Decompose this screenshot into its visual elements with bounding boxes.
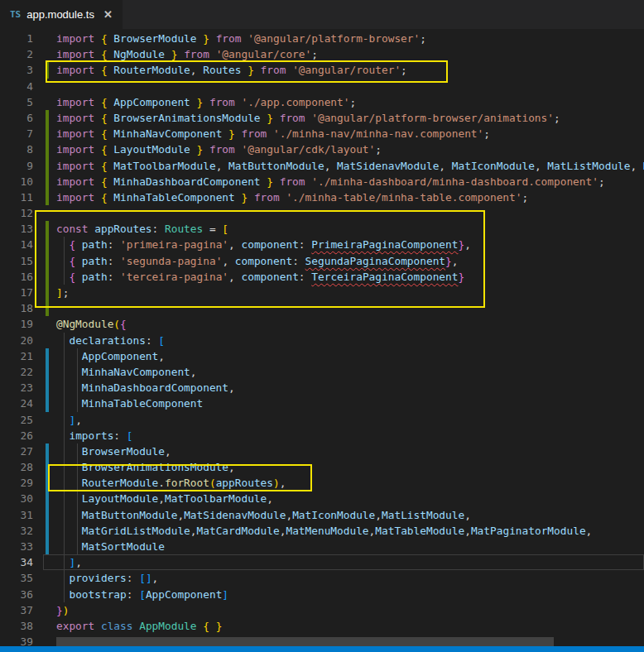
code-line[interactable]: 25 ], bbox=[0, 412, 644, 428]
horizontal-scrollbar-thumb[interactable] bbox=[56, 637, 554, 646]
code-line[interactable]: 17]; bbox=[0, 285, 644, 300]
code-line[interactable]: 35 providers: [], bbox=[0, 570, 644, 586]
line-number: 34 bbox=[0, 554, 33, 570]
code-line[interactable]: 10import { MinhaDashboardComponent } fro… bbox=[0, 174, 644, 189]
line-number: 25 bbox=[0, 412, 33, 428]
code-line[interactable]: 12 bbox=[0, 205, 644, 221]
code-text: MinhaDashboardComponent, bbox=[56, 380, 644, 396]
indent-guide bbox=[64, 364, 65, 380]
gutter-added-indicator bbox=[46, 62, 49, 78]
indent-guide bbox=[77, 539, 78, 554]
code-line[interactable]: 13const appRoutes: Routes = [ bbox=[0, 221, 644, 237]
gutter-added-indicator bbox=[46, 126, 49, 141]
code-line[interactable]: 37}) bbox=[0, 602, 644, 618]
code-line[interactable]: 16 { path: 'terceira-pagina', component:… bbox=[0, 269, 644, 285]
code-text: ], bbox=[56, 554, 644, 570]
code-line[interactable]: 14 { path: 'primeira-pagina', component:… bbox=[0, 237, 644, 252]
indent-guide bbox=[64, 348, 65, 364]
indent-guide bbox=[77, 475, 78, 491]
code-line[interactable]: 33 MatSortModule bbox=[0, 539, 644, 554]
code-line[interactable]: 29 RouterModule.forRoot(appRoutes), bbox=[0, 475, 644, 491]
code-line[interactable]: 36 bootstrap: [AppComponent] bbox=[0, 587, 644, 602]
code-text: import { MinhaTableComponent } from './m… bbox=[56, 189, 644, 205]
indent-guide bbox=[64, 237, 65, 252]
line-number: 38 bbox=[0, 618, 33, 634]
code-line[interactable]: 28 BrowserAnimationsModule, bbox=[0, 459, 644, 475]
code-line[interactable]: 32 MatGridListModule,MatCardModule,MatMe… bbox=[0, 523, 644, 539]
gutter-added-indicator bbox=[46, 237, 49, 252]
gutter-spacer bbox=[46, 316, 49, 332]
code-text: export class AppModule { } bbox=[56, 618, 644, 634]
code-line[interactable]: 1import { BrowserModule } from '@angular… bbox=[0, 31, 644, 46]
line-number: 30 bbox=[0, 491, 33, 506]
indent-guide bbox=[64, 523, 65, 539]
code-line[interactable]: 18 bbox=[0, 300, 644, 316]
gutter-added-indicator bbox=[46, 141, 49, 157]
code-line[interactable]: 38export class AppModule { } bbox=[0, 618, 644, 634]
indent-guide bbox=[64, 380, 65, 396]
code-line[interactable]: 19@NgModule({ bbox=[0, 316, 644, 332]
line-number: 23 bbox=[0, 380, 33, 396]
code-line[interactable]: 20 declarations: [ bbox=[0, 333, 644, 348]
code-text: import { AppComponent } from './app.comp… bbox=[56, 94, 644, 110]
gutter-spacer bbox=[46, 31, 49, 46]
code-line[interactable]: 11import { MinhaTableComponent } from '.… bbox=[0, 189, 644, 205]
code-text: BrowserModule, bbox=[56, 443, 644, 459]
line-number: 15 bbox=[0, 253, 33, 269]
code-line[interactable]: 27 BrowserModule, bbox=[0, 443, 644, 459]
gutter-modified-indicator bbox=[46, 380, 49, 396]
code-line[interactable]: 23 MinhaDashboardComponent, bbox=[0, 380, 644, 396]
gutter-modified-indicator bbox=[46, 459, 49, 475]
code-line[interactable]: 7import { MinhaNavComponent } from './mi… bbox=[0, 126, 644, 141]
code-text: { path: 'terceira-pagina', component: Te… bbox=[56, 269, 644, 285]
gutter-modified-indicator bbox=[46, 507, 49, 523]
code-text: import { NgModule } from '@angular/core'… bbox=[56, 46, 644, 62]
gutter-modified-indicator bbox=[46, 364, 49, 380]
code-line[interactable]: 21 AppComponent, bbox=[0, 348, 644, 364]
line-number: 8 bbox=[0, 141, 33, 157]
indent-guide bbox=[64, 253, 65, 269]
code-line[interactable]: 3import { RouterModule, Routes } from '@… bbox=[0, 62, 644, 78]
indent-guide bbox=[64, 428, 65, 443]
code-line[interactable]: 15 { path: 'segunda-pagina', component: … bbox=[0, 253, 644, 269]
close-tab-icon[interactable]: ✕ bbox=[103, 8, 113, 21]
line-number: 22 bbox=[0, 364, 33, 380]
code-line[interactable]: 30 LayoutModule,MatToolbarModule, bbox=[0, 491, 644, 506]
code-text bbox=[56, 79, 644, 94]
tab-app-module-ts[interactable]: TS app.module.ts ✕ bbox=[0, 0, 123, 29]
indent-guide bbox=[64, 507, 65, 523]
code-line[interactable]: 24 MinhaTableComponent bbox=[0, 396, 644, 411]
line-number: 32 bbox=[0, 523, 33, 539]
code-line[interactable]: 6import { BrowserAnimationsModule } from… bbox=[0, 110, 644, 126]
code-line[interactable]: 26 imports: [ bbox=[0, 428, 644, 443]
line-number: 3 bbox=[0, 62, 33, 78]
code-editor[interactable]: 1import { BrowserModule } from '@angular… bbox=[0, 29, 644, 652]
indent-guide bbox=[77, 380, 78, 396]
line-number: 37 bbox=[0, 602, 33, 618]
code-line[interactable]: 8import { LayoutModule } from '@angular/… bbox=[0, 141, 644, 157]
gutter-spacer bbox=[46, 412, 49, 428]
gutter-added-indicator bbox=[46, 285, 49, 300]
gutter-spacer bbox=[46, 570, 49, 586]
code-line[interactable]: 9import { MatToolbarModule, MatButtonMod… bbox=[0, 158, 644, 174]
code-text: declarations: [ bbox=[56, 333, 644, 348]
code-line[interactable]: 4 bbox=[0, 79, 644, 94]
gutter-spacer bbox=[46, 205, 49, 221]
indent-guide bbox=[77, 443, 78, 459]
indent-guide bbox=[77, 396, 78, 411]
indent-guide bbox=[77, 491, 78, 506]
indent-guide bbox=[64, 443, 65, 459]
code-text: RouterModule.forRoot(appRoutes), bbox=[56, 475, 644, 491]
code-line[interactable]: 22 MinhaNavComponent, bbox=[0, 364, 644, 380]
code-text: import { LayoutModule } from '@angular/c… bbox=[56, 141, 644, 157]
code-line[interactable]: 5import { AppComponent } from './app.com… bbox=[0, 94, 644, 110]
code-line[interactable]: 34 ], bbox=[0, 554, 644, 570]
gutter-added-indicator bbox=[46, 174, 49, 189]
indent-guide bbox=[64, 412, 65, 428]
gutter-spacer bbox=[46, 94, 49, 110]
code-line[interactable]: 2import { NgModule } from '@angular/core… bbox=[0, 46, 644, 62]
gutter-spacer bbox=[46, 587, 49, 602]
indent-guide bbox=[64, 333, 65, 348]
code-line[interactable]: 31 MatButtonModule,MatSidenavModule,MatI… bbox=[0, 507, 644, 523]
code-text: LayoutModule,MatToolbarModule, bbox=[56, 491, 644, 506]
